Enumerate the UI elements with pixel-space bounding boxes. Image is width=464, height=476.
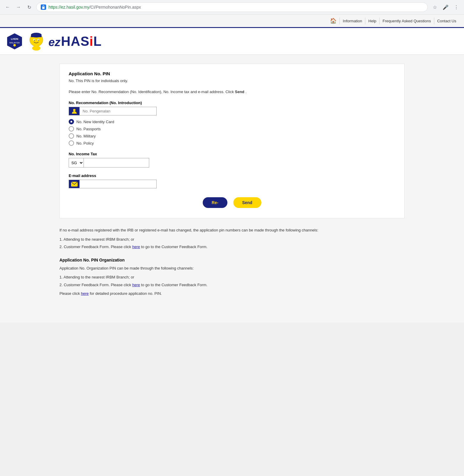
form-subtitle: No. This PIN is for individuals only.: [69, 79, 395, 83]
svg-text:MALAYSIA: MALAYSIA: [10, 42, 20, 44]
email-input[interactable]: [79, 180, 157, 188]
reload-button[interactable]: ↻: [25, 3, 33, 11]
buttons-row: Re- Send: [69, 197, 395, 208]
email-icon-box: [69, 180, 79, 188]
header: LHDN MALAYSIA: [0, 28, 464, 55]
svg-point-11: [38, 40, 39, 41]
nav-contact[interactable]: Contact Us: [434, 18, 459, 24]
list-item: 2. Customer Feedback Form. Please click …: [59, 281, 405, 288]
envelope-icon: [71, 182, 78, 187]
svg-rect-0: [42, 7, 45, 9]
procedure-link[interactable]: here: [81, 291, 89, 296]
menu-button[interactable]: ⋮: [452, 3, 460, 11]
email-label: E-mail address: [69, 173, 395, 178]
info-list1: 1. Attending to the nearest IRBM Branch;…: [59, 236, 405, 250]
income-tax-input[interactable]: [84, 158, 149, 167]
radio-new-ic-circle[interactable]: [69, 119, 74, 124]
income-tax-row: SG OG: [69, 158, 395, 167]
list-item: 1. Attending to the nearest IRBM Branch;…: [59, 274, 405, 281]
feedback-link-2[interactable]: here: [132, 283, 140, 287]
person-icon: [71, 108, 77, 114]
svg-rect-7: [31, 36, 42, 37]
ez-label: ez: [48, 36, 60, 49]
browser-chrome: ← → ↻ https://ez.hasil.gov.my/CI/Permoho…: [0, 0, 464, 15]
forward-button[interactable]: →: [14, 3, 23, 11]
income-prefix-select[interactable]: SG OG: [69, 158, 84, 167]
feedback-link-1[interactable]: here: [132, 245, 140, 249]
reset-button[interactable]: Re-: [203, 197, 227, 208]
org-para: Application No. Organization PIN can be …: [59, 265, 405, 272]
income-tax-label: No. Income Tax: [69, 152, 395, 156]
radio-passport-label: No. Passports: [76, 127, 101, 131]
nav-faq[interactable]: Frequently Asked Questions: [379, 18, 434, 24]
radio-policy-label: No. Policy: [76, 141, 94, 145]
hasil-label: HASiL: [61, 34, 102, 49]
radio-military[interactable]: No. Military: [69, 133, 395, 139]
radio-passport[interactable]: No. Passports: [69, 126, 395, 131]
radio-group: No. New Identity Card No. Passports No. …: [69, 119, 395, 146]
url-scheme: https://: [48, 5, 61, 10]
svg-point-4: [13, 44, 16, 46]
lock-icon: [41, 4, 46, 10]
nav-help[interactable]: Help: [365, 18, 379, 24]
nav-information[interactable]: Information: [339, 18, 365, 24]
svg-point-12: [32, 46, 40, 51]
nav-buttons: ← → ↻: [4, 3, 33, 11]
radio-new-ic-label: No. New Identity Card: [76, 120, 114, 124]
url-path: /CI/PermohonanNoPin.aspx: [89, 5, 141, 10]
url-domain: ez.hasil.gov.my: [61, 5, 89, 10]
email-row: [69, 180, 395, 188]
star-button[interactable]: ☆: [431, 3, 439, 11]
address-bar[interactable]: https://ez.hasil.gov.my/CI/PermohonanNoP…: [36, 2, 428, 12]
brand-text: ez HASiL: [48, 34, 102, 49]
info-section: If no e-mail address registered with the…: [59, 227, 405, 305]
recommendation-input[interactable]: [79, 107, 157, 115]
main-content: Application No. PIN No. This PIN is for …: [0, 55, 464, 322]
form-title: Application No. PIN: [69, 71, 395, 76]
info-para1: If no e-mail address registered with the…: [59, 227, 405, 234]
svg-point-13: [73, 109, 76, 111]
radio-military-circle[interactable]: [69, 133, 74, 139]
top-nav: 🏠 Information Help Frequently Asked Ques…: [0, 15, 464, 28]
send-button[interactable]: Send: [233, 197, 261, 208]
person-icon-box: [69, 107, 79, 115]
logo-area: LHDN MALAYSIA: [6, 32, 458, 51]
radio-military-label: No. Military: [76, 134, 96, 138]
lhdn-logo: LHDN MALAYSIA: [6, 33, 23, 50]
mic-button[interactable]: 🎤: [441, 3, 450, 11]
url-text: https://ez.hasil.gov.my/CI/PermohonanNoP…: [48, 5, 141, 10]
svg-point-10: [34, 40, 35, 41]
mascot: [27, 32, 46, 51]
recommendation-label: No. Recommendation (No. Introduction): [69, 101, 395, 105]
back-button[interactable]: ←: [4, 3, 12, 11]
form-instruction: Please enter No. Recommendation (No. Ide…: [69, 90, 395, 94]
footer-text: Please click here for detailed procedure…: [59, 291, 405, 297]
svg-marker-1: [7, 33, 22, 49]
radio-policy-circle[interactable]: [69, 140, 74, 146]
radio-new-ic[interactable]: No. New Identity Card: [69, 119, 395, 124]
radio-passport-circle[interactable]: [69, 126, 74, 131]
list-item: 1. Attending to the nearest IRBM Branch;…: [59, 236, 405, 243]
recommendation-field-wrapper: [69, 107, 395, 115]
nav-home[interactable]: 🏠: [327, 16, 339, 25]
svg-text:LHDN: LHDN: [11, 37, 18, 40]
radio-policy[interactable]: No. Policy: [69, 140, 395, 146]
form-card: Application No. PIN No. This PIN is for …: [59, 64, 405, 218]
list-item: 2. Customer Feedback Form. Please click …: [59, 243, 405, 250]
browser-actions: ☆ 🎤 ⋮: [431, 3, 460, 11]
org-list: 1. Attending to the nearest IRBM Branch;…: [59, 274, 405, 288]
org-title: Application No. PIN Organization: [59, 258, 405, 262]
